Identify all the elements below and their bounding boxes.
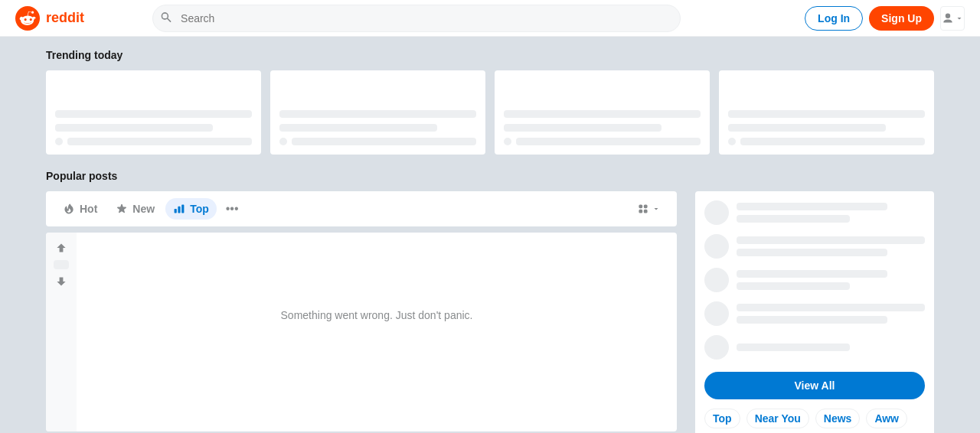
sparkle-icon [116,203,128,215]
sidebar-lines-4 [737,304,925,324]
skeleton-line [279,110,476,118]
search-bar [152,5,681,32]
skeleton-line [737,282,850,290]
skeleton-dot [55,138,63,145]
filter-bar: Hot New Top ••• [46,191,677,226]
avatar-skeleton-2 [704,234,729,259]
skeleton-line [737,316,887,324]
popular-title: Popular posts [46,170,934,182]
filter-view-button[interactable] [629,198,668,220]
skeleton-dot [504,138,511,145]
skeleton-line [737,236,925,244]
logo-text: reddit [46,10,84,26]
sidebar-community-card: View All Top Near You News Aww [695,191,934,433]
sidebar-skeleton-row-4 [704,301,925,326]
trending-section: Trending today [46,49,934,155]
tag-news[interactable]: News [815,409,861,428]
trending-card-1[interactable] [46,70,261,155]
sidebar-lines-3 [737,270,925,290]
skeleton-dot-row [279,138,476,145]
skeleton-line [737,215,850,223]
skeleton-dot-text [292,138,476,145]
avatar-skeleton [704,200,729,225]
logo[interactable]: reddit [15,6,84,31]
skeleton-dot-row [504,138,701,145]
reddit-logo-icon [15,6,40,31]
skeleton-line [55,124,213,132]
search-icon [160,11,172,25]
skeleton-line [737,270,887,278]
posts-column: Hot New Top ••• [46,191,677,433]
flame-icon [63,203,75,215]
search-input[interactable] [152,5,681,32]
chevron-down-icon [652,205,660,213]
trending-title: Trending today [46,49,934,61]
tag-aww[interactable]: Aww [866,409,907,428]
skeleton-line [728,124,886,132]
post-card-error: Something went wrong. Just don't panic. [46,233,677,431]
skeleton-line [737,203,887,210]
user-icon [942,12,954,24]
sidebar-tags: Top Near You News Aww [704,409,925,428]
filter-hot-button[interactable]: Hot [55,198,105,220]
skeleton-dot-text [740,138,925,145]
header: reddit Log In Sign Up [0,0,980,37]
vote-column [46,233,77,431]
skeleton-dot [728,138,736,145]
skeleton-line [504,124,662,132]
skeleton-line [279,124,437,132]
downvote-button[interactable] [52,272,70,291]
sidebar-skeleton-row-2 [704,234,925,259]
chevron-down-icon [956,15,963,22]
sidebar-column: View All Top Near You News Aww [695,191,934,433]
sidebar-skeleton-row [704,200,925,225]
tag-top[interactable]: Top [704,409,740,428]
vote-count [54,260,69,269]
user-menu-button[interactable] [940,6,965,31]
skeleton-line [737,343,850,351]
skeleton-line [737,249,887,256]
sidebar-lines-5 [737,343,925,351]
main-content: Trending today [31,37,949,433]
popular-section: Popular posts Hot New [46,170,934,433]
trending-grid [46,70,934,155]
error-message: Something went wrong. Just don't panic. [83,239,671,392]
skeleton-line [55,110,252,118]
sidebar-lines-2 [737,236,925,256]
sidebar-skeleton-row-3 [704,268,925,292]
tag-near-you[interactable]: Near You [746,409,809,428]
signup-button[interactable]: Sign Up [869,6,934,31]
upvote-button[interactable] [52,239,70,257]
chart-icon [173,203,185,215]
skeleton-dot-row [55,138,252,145]
sidebar-skeleton-row-5 [704,335,925,360]
avatar-skeleton-5 [704,335,729,360]
content-layout: Hot New Top ••• [46,191,934,433]
post-content: Something went wrong. Just don't panic. [77,233,677,431]
view-all-button[interactable]: View All [704,372,925,399]
login-button[interactable]: Log In [805,6,863,31]
filter-new-button[interactable]: New [108,198,162,220]
skeleton-line [728,110,925,118]
avatar-skeleton-3 [704,268,729,292]
skeleton-dot [279,138,287,145]
trending-card-4[interactable] [719,70,934,155]
grid-icon [637,203,649,215]
trending-card-3[interactable] [495,70,710,155]
avatar-skeleton-4 [704,301,729,326]
skeleton-dot-row [728,138,925,145]
header-actions: Log In Sign Up [805,6,965,31]
skeleton-line [737,304,925,311]
sidebar-lines [737,203,925,223]
filter-more-button[interactable]: ••• [220,197,245,220]
skeleton-line [504,110,701,118]
trending-card-2[interactable] [270,70,485,155]
skeleton-dot-text [516,138,701,145]
skeleton-dot-text [67,138,252,145]
filter-top-button[interactable]: Top [165,198,217,220]
